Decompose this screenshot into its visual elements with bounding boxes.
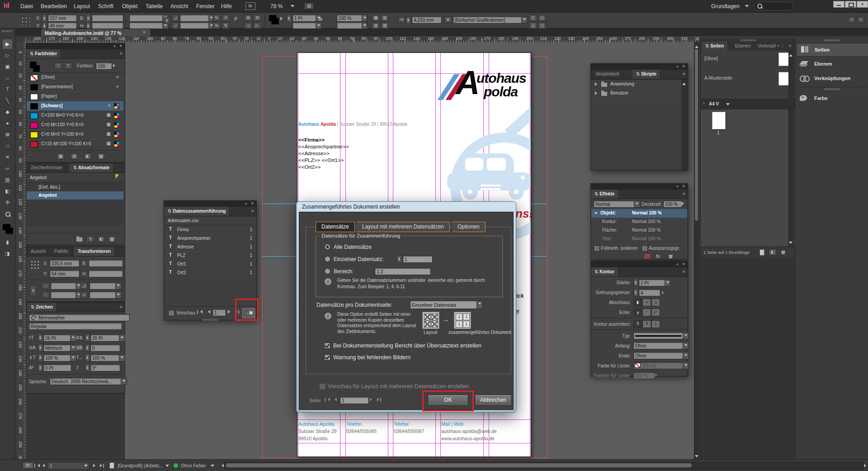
- master-thumbnail[interactable]: [778, 72, 789, 86]
- field-row-ansprechpartner[interactable]: T Ansprechpartner 1: [165, 234, 256, 243]
- tab-optionen[interactable]: Optionen: [452, 222, 486, 232]
- toolbar-stroke-swatch[interactable]: [5, 228, 13, 234]
- dropdown-icon[interactable]: [70, 354, 76, 362]
- wrap-icon-4[interactable]: ◳: [538, 22, 546, 29]
- align-outside-button[interactable]: ⌊: [651, 320, 660, 328]
- page-tool[interactable]: ▣: [3, 62, 12, 71]
- leading-field[interactable]: 26 Pt: [90, 334, 125, 342]
- transform-x-field[interactable]: 225,5 mm: [50, 260, 80, 267]
- close-panel-icon[interactable]: ×: [682, 262, 685, 266]
- swatch-row-rot[interactable]: C=15 M=100 Y=100 K=0 ▦: [27, 139, 123, 148]
- tint-slider-icon[interactable]: [113, 64, 117, 67]
- prev-page-icon[interactable]: [41, 464, 45, 467]
- container-format-icon[interactable]: □: [54, 62, 62, 69]
- page-nav-field[interactable]: 1: [340, 397, 369, 404]
- join-bevel-button[interactable]: ◸: [651, 309, 660, 316]
- search-input[interactable]: [754, 2, 793, 10]
- horizontal-ruler[interactable]: 180 170 160 150 140 130 120 110 100 90 8…: [25, 36, 699, 43]
- scissors-tool[interactable]: ✕: [3, 152, 12, 162]
- free-transform-tool[interactable]: ▱: [3, 164, 12, 173]
- pages-scrollbar[interactable]: [788, 109, 794, 247]
- master-none[interactable]: [Ohne]: [704, 56, 718, 61]
- tab-effekte[interactable]: ⇅ Effekte: [591, 190, 619, 199]
- horizontal-scrollbar[interactable]: [225, 462, 864, 470]
- dropdown-icon[interactable]: [70, 334, 76, 342]
- field-row-plz[interactable]: T PLZ 1: [165, 251, 256, 260]
- start-dropdown[interactable]: Ohne: [633, 342, 689, 349]
- tab-datenzusammenfuehrung[interactable]: ⇅ Datenzusammenführung: [164, 207, 230, 216]
- close-panel-icon[interactable]: ×: [682, 64, 685, 69]
- font-style-field[interactable]: Regular: [29, 323, 122, 330]
- screen-mode-normal-icon[interactable]: ◨: [3, 249, 12, 258]
- leading-stepper[interactable]: [85, 334, 90, 342]
- frame-style-dropdown[interactable]: [Einfacher Grafikrahmen]: [453, 16, 528, 24]
- target-row-kontur[interactable]: Kontur: Normal 100 %: [591, 218, 687, 227]
- wrap-icon-2[interactable]: ◱: [538, 14, 546, 21]
- zoom-level[interactable]: 78 %: [270, 3, 283, 10]
- skew-field[interactable]: 0°: [90, 364, 120, 371]
- next-object-icon[interactable]: ▷: [253, 22, 261, 29]
- cap-projecting-button[interactable]: ▯: [651, 299, 660, 306]
- errors-dropdown-icon[interactable]: [211, 465, 214, 469]
- fx-icon[interactable]: fx: [656, 253, 660, 259]
- opacity-field[interactable]: 100 %: [337, 14, 368, 22]
- scrollbar-thumb[interactable]: [695, 49, 698, 221]
- menu-objekt[interactable]: Objekt: [122, 3, 138, 10]
- pen-tool[interactable]: ◆: [3, 107, 12, 117]
- rotate-cw-icon[interactable]: ↻: [212, 14, 221, 21]
- vertical-ruler[interactable]: 0 10 20 30 40 50 60 70 80 90 100 110 120…: [17, 42, 26, 459]
- flip-h-icon[interactable]: ⇋: [212, 22, 221, 29]
- constrain-proportions-icon[interactable]: 8: [164, 17, 170, 24]
- style-row-angebot[interactable]: Angebot: [27, 191, 123, 200]
- dock-item-ebenen[interactable]: Ebenen: [796, 57, 868, 70]
- oversettext-report-checkbox[interactable]: [324, 343, 330, 349]
- scroll-down-icon[interactable]: [695, 455, 698, 459]
- dropdown-icon[interactable]: [84, 465, 88, 469]
- opacity-field[interactable]: 100 %: [663, 200, 682, 208]
- panel-menu-icon[interactable]: ≡: [857, 16, 864, 23]
- x-stepper[interactable]: [42, 14, 47, 22]
- preview-multi-checkbox[interactable]: [319, 383, 326, 390]
- stroke-weight-field[interactable]: 1 Pt: [292, 14, 322, 22]
- kerning-stepper[interactable]: [38, 344, 43, 352]
- isolate-blending-checkbox[interactable]: [594, 245, 600, 252]
- rectangle-tool[interactable]: □: [3, 141, 12, 151]
- dropdown-icon[interactable]: [683, 352, 689, 359]
- target-row-flaeche[interactable]: Fläche: Normal 100 %: [591, 226, 687, 235]
- rotate-ccw-icon[interactable]: ↺: [222, 14, 230, 21]
- swatch-row-passermarken[interactable]: [Passermarken] ×: [27, 82, 123, 92]
- dropdown-icon[interactable]: [521, 16, 528, 24]
- dropdown-icon[interactable]: [121, 378, 127, 385]
- cancel-button[interactable]: Abbrechen: [475, 395, 512, 406]
- tab-seiten[interactable]: ⇅ Seiten: [702, 42, 728, 51]
- prev-record-icon[interactable]: [206, 310, 210, 314]
- cap-butt-button[interactable]: ▮: [633, 299, 642, 306]
- close-panel-icon[interactable]: ×: [251, 201, 254, 206]
- delete-effect-icon[interactable]: [669, 254, 673, 258]
- collapse-panel-icon[interactable]: «: [676, 64, 679, 69]
- tab-zeichenformate[interactable]: Zeichenformate: [27, 163, 66, 172]
- swatch-flyout-icon[interactable]: [280, 17, 284, 20]
- gap-color-dropdown[interactable]: [Ohne]: [633, 362, 689, 369]
- b-field[interactable]: [92, 14, 123, 22]
- grid-icon-1[interactable]: ▦: [372, 14, 380, 21]
- vertical-scrollbar[interactable]: [694, 42, 699, 459]
- masters-scrollbar[interactable]: [788, 51, 794, 100]
- collapse-dock-icon[interactable]: »: [777, 43, 779, 48]
- dropdown-icon[interactable]: [115, 282, 122, 290]
- flip-v-icon[interactable]: ⇅: [222, 22, 230, 29]
- transform-h-field[interactable]: [89, 270, 123, 277]
- pages-area[interactable]: 1: [701, 109, 795, 247]
- hscale-stepper[interactable]: [85, 354, 90, 362]
- field-row-ort1[interactable]: T Ort1 1: [165, 260, 256, 269]
- tab-kontur[interactable]: ⇅ Kontur: [591, 267, 618, 276]
- clear-overrides-icon[interactable]: ¶: [86, 236, 94, 243]
- stroke-weight-stepper[interactable]: [287, 14, 292, 22]
- swatch-row-ohne[interactable]: [Ohne] ×: [27, 73, 123, 82]
- delete-page-icon[interactable]: [781, 250, 785, 254]
- wrap-icon-1[interactable]: ◰: [529, 14, 537, 21]
- size-field[interactable]: 4,233 mm: [412, 16, 442, 24]
- swatch-views-icon[interactable]: ▦: [57, 153, 65, 160]
- baseline-field[interactable]: 0 Pt: [43, 364, 71, 371]
- cap-round-button[interactable]: ◖: [642, 299, 651, 306]
